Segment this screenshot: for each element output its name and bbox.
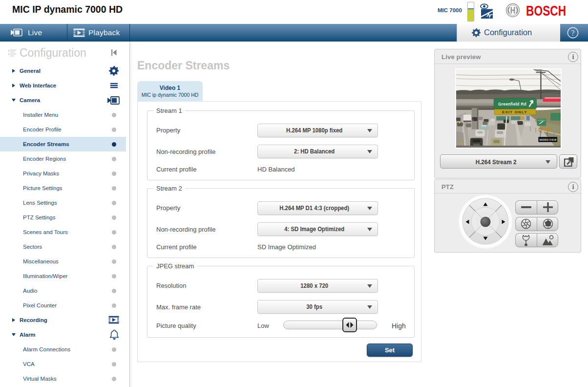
svg-text:EXIT ONLY: EXIT ONLY (502, 110, 527, 114)
svg-text:?: ? (571, 29, 574, 37)
svg-text:09/22/2015 17:02:38: 09/22/2015 17:02:38 (539, 138, 556, 141)
svg-text:Greenfield Rd: Greenfield Rd (498, 102, 526, 107)
